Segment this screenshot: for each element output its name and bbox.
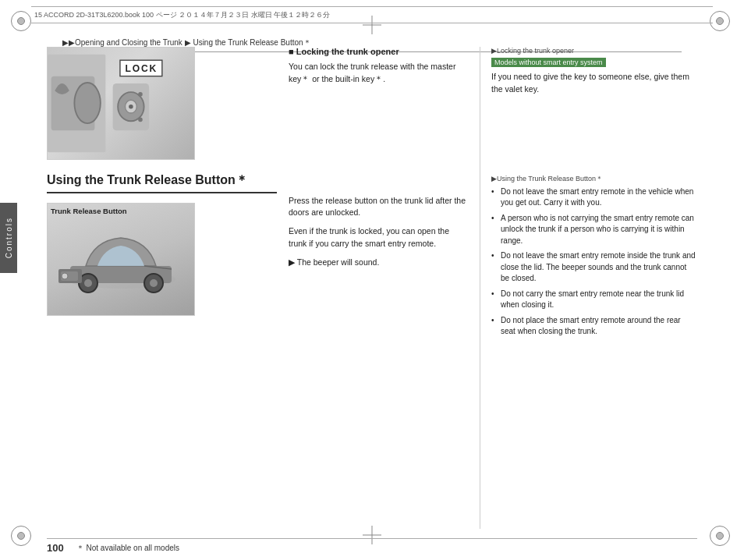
- section-heading: Using the Trunk Release Button＊: [47, 172, 277, 193]
- page-footer: 100 ＊ Not available on all models: [47, 538, 697, 554]
- file-info-text: 15 ACCORD 2D-31T3L6200.book 100 ページ ２０１４…: [34, 10, 330, 20]
- corner-mark-bl: [11, 526, 34, 549]
- trunk-image-label: Trunk Release Button: [51, 207, 127, 215]
- list-item: A person who is not carrying the smart e…: [491, 213, 697, 247]
- list-item: Do not leave the smart entry remote in t…: [491, 186, 697, 209]
- svg-point-6: [129, 105, 133, 109]
- svg-text:LOCK: LOCK: [125, 63, 158, 74]
- trunk-release-body1: Press the release button on the trunk li…: [289, 195, 468, 220]
- breadcrumb-text: ▶▶Opening and Closing the Trunk ▶ Using …: [62, 38, 311, 47]
- right-trunk-heading: ▶Using the Trunk Release Button＊: [491, 174, 697, 184]
- left-column: LOCK Using the Trunk Release Button＊ Tru…: [47, 47, 277, 529]
- svg-point-7: [138, 92, 143, 97]
- main-content: LOCK Using the Trunk Release Button＊ Tru…: [47, 47, 697, 529]
- trunk-image-box: Trunk Release Button: [47, 203, 195, 316]
- car-illustration: [58, 221, 183, 299]
- side-tab-controls: Controls: [0, 203, 17, 273]
- corner-mark-br: [710, 526, 733, 549]
- file-info-strip: 15 ACCORD 2D-31T3L6200.book 100 ページ ２０１４…: [31, 6, 713, 23]
- svg-point-20: [62, 273, 68, 279]
- right-locking-heading: ▶Locking the trunk opener: [491, 47, 697, 55]
- svg-point-16: [150, 279, 158, 287]
- lock-illustration: LOCK: [48, 51, 171, 156]
- side-tab-label: Controls: [5, 217, 13, 258]
- note-box-label: Models without smart entry system: [491, 58, 606, 67]
- corner-mark-tr: [710, 11, 733, 34]
- far-right-column: ▶Locking the trunk opener Models without…: [480, 47, 697, 529]
- locking-body-text: You can lock the trunk release with the …: [289, 61, 468, 86]
- beeper-note: The beeper will sound.: [289, 257, 468, 269]
- bullet-list: Do not leave the smart entry remote in t…: [491, 186, 697, 338]
- page-number: 100: [47, 542, 64, 554]
- svg-point-8: [138, 118, 143, 122]
- svg-point-2: [74, 83, 100, 123]
- locking-section-heading: Locking the trunk opener: [289, 47, 468, 56]
- list-item: Do not place the smart entry remote arou…: [491, 315, 697, 338]
- list-item: Do not leave the smart entry remote insi…: [491, 250, 697, 285]
- lock-image-inner: LOCK: [48, 48, 194, 159]
- trunk-image-inner: [48, 204, 194, 315]
- list-item: Do not carry the smart entry remote near…: [491, 289, 697, 311]
- note-box-text: If you need to give the key to someone e…: [491, 71, 697, 96]
- trunk-release-body2: Even if the trunk is locked, you can ope…: [289, 225, 468, 250]
- mid-column: Locking the trunk opener You can lock th…: [289, 47, 468, 529]
- lock-image-box: LOCK: [47, 47, 195, 160]
- footnote-text: ＊ Not available on all models: [76, 543, 179, 554]
- svg-point-14: [84, 279, 92, 287]
